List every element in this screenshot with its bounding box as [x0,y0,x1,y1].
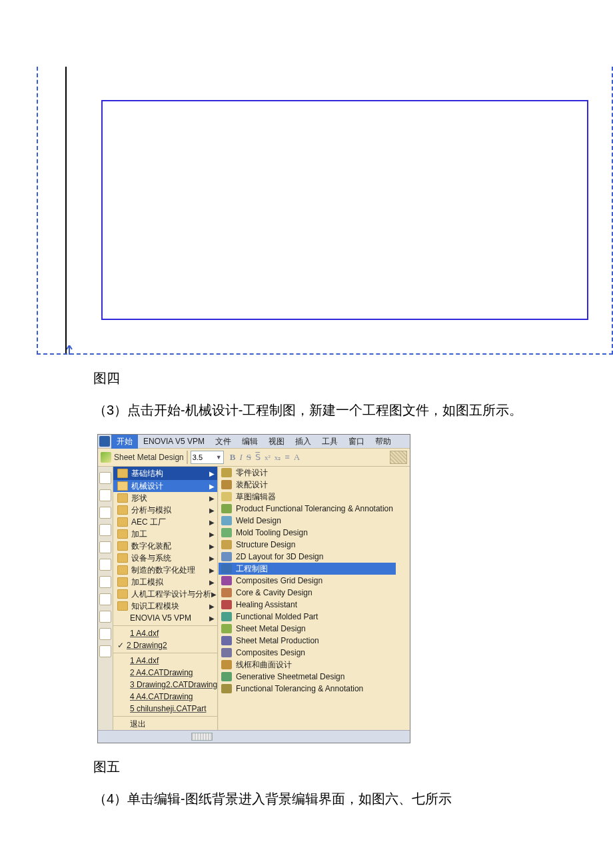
label: 装配设计 [236,479,268,491]
start-item-exit[interactable]: 退出 [113,718,217,730]
tool-icon[interactable] [99,472,111,484]
toolbar-grip-icon [390,451,407,464]
start-recent-file[interactable]: 1 A4.dxf [113,655,217,667]
font-a-button[interactable]: A [294,452,300,463]
submenu-2d-layout[interactable]: 2D Layout for 3D Design [219,551,396,563]
vertical-ruler-bar [65,67,67,353]
subscript-button[interactable]: x₂ [275,453,281,462]
layout-icon [221,552,232,561]
start-item-equipment[interactable]: 设备与系统 ▶ [113,552,217,564]
menu-tools[interactable]: 工具 [316,435,343,449]
composites-icon [221,648,232,657]
tool-icon[interactable] [99,593,111,605]
sheet-metal-design-label: Sheet Metal Design [114,453,184,462]
submenu-functional-molded[interactable]: Functional Molded Part [219,611,396,623]
tool-icon[interactable] [99,559,111,571]
chevron-right-icon: ▶ [209,507,215,514]
submenu-composites-grid[interactable]: Composites Grid Design [219,575,396,587]
check-icon: ✓ [117,641,124,650]
tool-icon[interactable] [99,611,111,623]
mechanical-design-submenu: 零件设计 装配设计 草图编辑器 Product Functional Toler… [218,467,396,730]
label: Mold Tooling Design [236,528,308,537]
sketch-icon [221,492,232,501]
start-item-knowledge[interactable]: 知识工程模块 ▶ [113,600,217,612]
start-recent-file[interactable]: 4 A4.CATDrawing [113,691,217,703]
start-item-digital-mockup[interactable]: 数字化装配 ▶ [113,540,217,552]
italic-button[interactable]: I [239,452,242,463]
submenu-healing[interactable]: Healing Assistant [219,599,396,611]
submenu-weld[interactable]: Weld Design [219,515,396,527]
strike-button[interactable]: S [247,452,251,463]
overline-button[interactable]: S̅ [255,452,261,463]
tool-icon[interactable] [99,507,111,519]
superscript-button[interactable]: x² [265,453,271,461]
tool-icon[interactable] [99,576,111,588]
menu-edit[interactable]: 编辑 [237,435,263,449]
label: 草图编辑器 [236,491,276,503]
label: 人机工程学设计与分析 [131,589,211,600]
start-item-analysis[interactable]: 分析与模拟 ▶ [113,504,217,516]
label: 工程制图 [236,563,268,575]
start-item-machining[interactable]: 加工 ▶ [113,528,217,540]
submenu-pft[interactable]: Product Functional Tolerancing & Annotat… [219,503,396,515]
tool-icon[interactable] [99,645,111,657]
menu-enovia[interactable]: ENOVIA V5 VPM [138,435,210,447]
submenu-part-design[interactable]: 零件设计 [219,467,396,479]
submenu-assembly-design[interactable]: 装配设计 [219,479,396,491]
label: Sheet Metal Production [236,636,319,645]
start-recent-file[interactable]: 3 Drawing2.CATDrawing [113,679,217,691]
grid-icon [221,576,232,585]
submenu-mold[interactable]: Mold Tooling Design [219,527,396,539]
label: 2 Drawing2 [127,641,167,650]
tool-icon[interactable] [99,541,111,553]
submenu-structure[interactable]: Structure Design [219,539,396,551]
app-icon [99,436,110,447]
start-item-basic-structure[interactable]: 基础结构 ▶ [113,467,217,480]
tool-icon[interactable] [99,524,111,536]
blank-icon [117,693,127,701]
submenu-wireframe[interactable]: 线框和曲面设计 [219,659,396,671]
label: 1 A4.dxf [130,629,159,638]
label: 数字化装配 [131,541,171,552]
start-item-aec[interactable]: AEC 工厂 ▶ [113,516,217,528]
label: Functional Tolerancing & Annotation [236,684,363,693]
font-size-combo[interactable]: 3.5 ▼ [191,451,224,464]
folder-icon [117,541,128,551]
label: Functional Molded Part [236,612,318,621]
align-button[interactable]: ≡ [285,452,289,463]
menu-start[interactable]: 开始 [111,435,138,449]
start-recent-file[interactable]: 1 A4.dxf [113,627,217,639]
start-item-shape[interactable]: 形状 ▶ [113,492,217,504]
tool-icon[interactable] [99,489,111,501]
start-item-ergonomics[interactable]: 人机工程学设计与分析 ▶ [113,588,217,600]
start-recent-file[interactable]: ✓ 2 Drawing2 [113,639,217,651]
bold-button[interactable]: B [230,452,236,463]
start-item-mechanical-design[interactable]: 机械设计 ▶ [113,480,217,492]
label: Generative Sheetmetal Design [236,672,344,681]
start-item-digital-process[interactable]: 制造的数字化处理 ▶ [113,564,217,576]
start-recent-file[interactable]: 5 chilunsheji.CATPart [113,703,217,715]
tool-icon[interactable] [99,628,111,640]
weld-icon [221,516,232,525]
menu-file[interactable]: 文件 [210,435,237,449]
start-item-machining-sim[interactable]: 加工模拟 ▶ [113,576,217,588]
label: Sheet Metal Design [236,624,306,633]
submenu-functional-tolerancing[interactable]: Functional Tolerancing & Annotation [219,683,396,695]
submenu-sketcher[interactable]: 草图编辑器 [219,491,396,503]
menu-view[interactable]: 视图 [263,435,290,449]
start-recent-file[interactable]: 2 A4.CATDrawing [113,667,217,679]
submenu-generative-sheetmetal[interactable]: Generative Sheetmetal Design [219,671,396,683]
heal-icon [221,600,232,609]
chevron-right-icon: ▶ [209,615,215,622]
menu-window[interactable]: 窗口 [343,435,370,449]
menu-insert[interactable]: 插入 [290,435,316,449]
label: 加工模拟 [131,577,163,588]
submenu-composites-design[interactable]: Composites Design [219,647,396,659]
submenu-sheet-metal-design[interactable]: Sheet Metal Design [219,623,396,635]
menu-help[interactable]: 帮助 [370,435,396,449]
submenu-sheet-metal-production[interactable]: Sheet Metal Production [219,635,396,647]
submenu-drafting[interactable]: 工程制图 [219,563,396,575]
start-item-enovia-vpm[interactable]: ENOVIA V5 VPM ▶ [113,612,217,624]
folder-icon [117,469,128,478]
submenu-core-cavity[interactable]: Core & Cavity Design [219,587,396,599]
